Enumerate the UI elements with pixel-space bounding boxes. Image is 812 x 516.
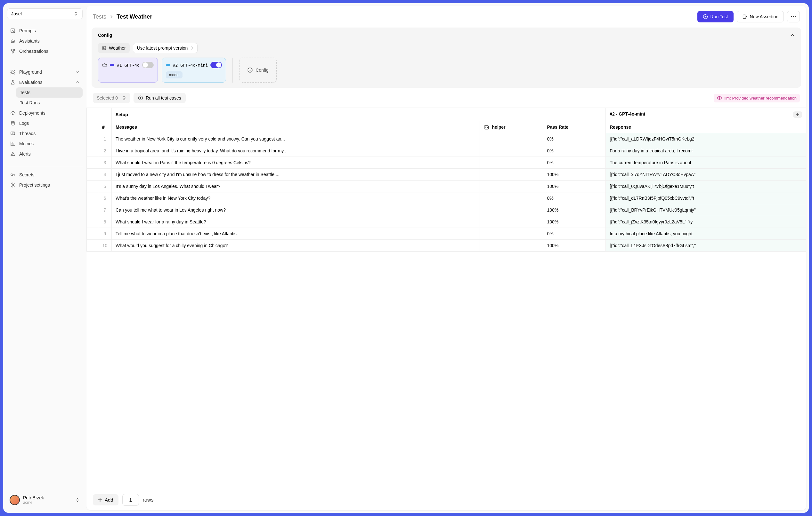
col-response: Response — [606, 121, 806, 133]
table-row[interactable]: 1The weather in New York City is current… — [87, 133, 806, 145]
bug-icon — [10, 69, 16, 74]
cell-message: Tell me what to wear in a place that doe… — [112, 228, 480, 240]
add-column-button[interactable] — [793, 112, 802, 118]
config-toggle[interactable] — [142, 62, 154, 68]
svg-point-14 — [791, 16, 792, 17]
rows-label: rows — [143, 497, 154, 503]
flow-icon — [10, 49, 16, 54]
color-marker — [110, 64, 114, 66]
sidebar-item-threads[interactable]: Threads — [7, 128, 83, 139]
cell-pass-rate: 0% — [543, 133, 606, 145]
sidebar-item-label: Logs — [19, 121, 29, 126]
add-config-button[interactable]: Config — [239, 58, 276, 83]
row-number: 7 — [98, 204, 112, 216]
cell-message: It's a sunny day in Los Angeles. What sh… — [112, 181, 480, 192]
table-row[interactable]: 9Tell me what to wear in a place that do… — [87, 228, 806, 240]
cell-message: What would you suggest for a chilly even… — [112, 240, 480, 252]
table-row[interactable]: 4I just moved to a new city and I'm unsu… — [87, 169, 806, 181]
sidebar-footer[interactable]: Petr Brzek acme — [7, 492, 83, 508]
org-selector[interactable]: Josef — [7, 8, 83, 19]
breadcrumb-root[interactable]: Tests — [93, 13, 106, 20]
row-number: 10 — [98, 240, 112, 252]
rows-input[interactable] — [122, 494, 139, 506]
sidebar-item-secrets[interactable]: Secrets — [7, 170, 83, 180]
svg-point-15 — [793, 16, 794, 17]
sidebar-item-label: Assistants — [19, 38, 40, 43]
breadcrumb-current: Test Weather — [117, 13, 152, 20]
table-row[interactable]: 7Can you tell me what to wear in Los Ang… — [87, 204, 806, 216]
table-row[interactable]: 10What would you suggest for a chilly ev… — [87, 240, 806, 252]
table-row[interactable]: 3What should I wear in Paris if the temp… — [87, 157, 806, 169]
row-number: 9 — [98, 228, 112, 240]
svg-point-2 — [12, 41, 12, 41]
cell-helper — [480, 133, 543, 145]
table-row[interactable]: 5It's a sunny day in Los Angeles. What s… — [87, 181, 806, 192]
trash-icon[interactable] — [122, 96, 126, 100]
cell-response: [{"id":"call_dL7RnB3I5PjbfQ05xbC9vvtd","… — [606, 192, 806, 204]
cell-response: [{"id":"call_BRYvPrEikGHTVMUc95gLqmjy" — [606, 204, 806, 216]
cell-message: I just moved to a new city and I'm unsur… — [112, 169, 480, 181]
more-button[interactable] — [787, 11, 800, 22]
config-toggle[interactable] — [210, 62, 222, 68]
prompt-chip[interactable]: Weather — [98, 43, 130, 53]
sidebar-item-logs[interactable]: Logs — [7, 118, 83, 128]
run-test-button[interactable]: Run Test — [697, 11, 733, 22]
col-messages: Messages — [112, 121, 480, 133]
config-card-2[interactable]: #2GPT-4o-minimodel — [162, 58, 226, 83]
table-row[interactable]: 2I live in a tropical area, and it's rai… — [87, 145, 806, 157]
svg-point-7 — [11, 71, 14, 73]
crown-icon — [102, 63, 107, 67]
color-marker — [166, 64, 170, 66]
sidebar-item-playground[interactable]: Playground — [7, 67, 83, 77]
cell-helper — [480, 216, 543, 228]
cell-response: [{"id":"call_0QuvaAKIjTt7bjOfgexe1Muu","… — [606, 181, 806, 192]
breadcrumb: Tests Test Weather — [93, 13, 152, 20]
cell-message: Can you tell me what to wear in Los Ange… — [112, 204, 480, 216]
config-card-1[interactable]: #1GPT-4o — [98, 58, 158, 83]
run-all-button[interactable]: Run all test cases — [134, 93, 186, 103]
cell-helper — [480, 169, 543, 181]
row-number: 8 — [98, 216, 112, 228]
cell-pass-rate: 0% — [543, 145, 606, 157]
plus-icon — [98, 498, 102, 502]
sidebar-item-metrics[interactable]: Metrics — [7, 139, 83, 149]
table-row[interactable]: 6What's the weather like in New York Cit… — [87, 192, 806, 204]
svg-point-20 — [719, 97, 720, 99]
table-row[interactable]: 8What should I wear for a rainy day in S… — [87, 216, 806, 228]
svg-rect-13 — [743, 15, 746, 19]
cell-pass-rate: 100% — [543, 204, 606, 216]
cell-message: What should I wear in Paris if the tempe… — [112, 157, 480, 169]
cell-response: In a mythical place like Atlantis, you m… — [606, 228, 806, 240]
sidebar-item-label: Playground — [19, 69, 42, 74]
row-number: 4 — [98, 169, 112, 181]
svg-point-11 — [12, 184, 14, 186]
sidebar-item-test-runs[interactable]: Test Runs — [16, 98, 83, 108]
new-assertion-button[interactable]: New Assertion — [737, 11, 784, 22]
sidebar-item-label: Alerts — [19, 151, 31, 156]
sidebar-item-project-settings[interactable]: Project settings — [7, 180, 83, 190]
sidebar-item-deployments[interactable]: Deployments — [7, 108, 83, 118]
add-rows-button[interactable]: Add — [93, 494, 118, 506]
test-table[interactable]: Setup #2 - GPT-4o-mini # Messages — [86, 108, 806, 489]
sidebar: Josef PromptsAssistantsOrchestrations Pl… — [3, 3, 86, 513]
chevron-updown-icon — [73, 11, 79, 16]
sidebar-item-evaluations[interactable]: Evaluations — [7, 77, 83, 87]
svg-point-16 — [795, 16, 796, 17]
sidebar-item-tests[interactable]: Tests — [16, 87, 83, 98]
play-circle-icon — [138, 95, 143, 100]
chevron-up-icon[interactable] — [790, 34, 795, 36]
llm-badge[interactable]: llm: Provided weather recommendation — [714, 94, 800, 102]
sidebar-item-orchestrations[interactable]: Orchestrations — [7, 46, 83, 56]
cell-response: [{"id":"call_aLDRWfjqzF4HGviT5mGKeLg2 — [606, 133, 806, 145]
cell-message: What's the weather like in New York City… — [112, 192, 480, 204]
sidebar-item-assistants[interactable]: Assistants — [7, 36, 83, 46]
row-number: 6 — [98, 192, 112, 204]
cell-helper — [480, 145, 543, 157]
version-selector[interactable]: Use latest prompt version — [133, 43, 198, 53]
plus-circle-icon — [247, 67, 253, 73]
robot-icon — [10, 38, 16, 43]
sidebar-item-alerts[interactable]: Alerts — [7, 149, 83, 159]
svg-point-4 — [11, 49, 12, 51]
config-panel: Config Weather Use latest prompt version — [92, 28, 801, 88]
sidebar-item-prompts[interactable]: Prompts — [7, 26, 83, 36]
